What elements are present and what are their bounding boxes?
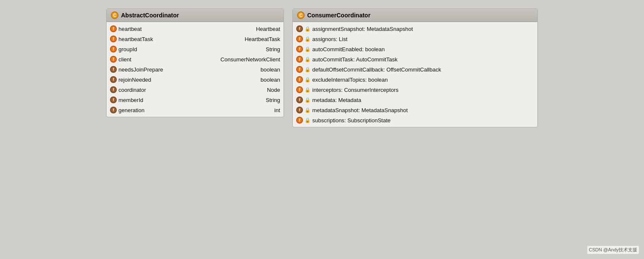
- table-row: f 🔒 autoCommitEnabled: boolean: [293, 44, 537, 54]
- field-name: defaultOffsetCommitCallback: OffsetCommi…: [312, 66, 534, 73]
- field-name: autoCommitEnabled: boolean: [312, 46, 534, 52]
- field-icon: f: [110, 76, 117, 83]
- field-name: rejoinNeeded: [118, 77, 259, 83]
- field-type: ConsumerNetworkClient: [220, 56, 280, 63]
- lock-icon: 🔒: [305, 57, 311, 62]
- field-icon: f: [296, 46, 303, 52]
- field-type: boolean: [261, 77, 280, 83]
- consumer-coordinator-box: C ConsumerCoordinator f 🔒 assignmentSnap…: [292, 8, 538, 127]
- field-icon: f: [296, 117, 303, 124]
- table-row: f generation int: [107, 105, 283, 115]
- field-name: coordinator: [118, 87, 265, 93]
- field-icon: f: [296, 86, 303, 93]
- field-icon: f: [296, 25, 303, 32]
- table-row: f 🔒 interceptors: ConsumerInterceptors: [293, 85, 537, 95]
- field-icon: f: [110, 96, 117, 103]
- field-type: int: [274, 107, 280, 113]
- lock-icon: 🔒: [305, 87, 311, 93]
- table-row: f 🔒 autoCommitTask: AutoCommitTask: [293, 54, 537, 64]
- field-icon: f: [110, 66, 117, 73]
- field-name: excludeInternalTopics: boolean: [312, 77, 534, 83]
- watermark: CSDN @Andy技术支援: [587, 246, 639, 254]
- field-icon: f: [296, 56, 303, 63]
- field-name: generation: [118, 107, 272, 113]
- field-icon: f: [110, 46, 117, 52]
- table-row: f coordinator Node: [107, 85, 283, 95]
- field-icon: f: [110, 25, 117, 32]
- field-icon: f: [110, 56, 117, 63]
- lock-icon: 🔒: [305, 107, 311, 113]
- lock-icon: 🔒: [305, 47, 311, 52]
- consumer-coordinator-class-icon: C: [297, 11, 305, 19]
- field-name: subscriptions: SubscriptionState: [312, 117, 534, 124]
- lock-icon: 🔒: [305, 77, 311, 83]
- field-name: autoCommitTask: AutoCommitTask: [312, 56, 534, 63]
- field-icon: f: [110, 36, 117, 42]
- abstract-coordinator-box: C AbstractCoordinator f heartbeat Heartb…: [106, 8, 284, 117]
- lock-icon: 🔒: [305, 36, 311, 42]
- abstract-coordinator-body: f heartbeat Heartbeat f heartbeatTask He…: [107, 22, 283, 117]
- field-type: Heartbeat: [256, 26, 280, 32]
- table-row: f 🔒 subscriptions: SubscriptionState: [293, 115, 537, 125]
- consumer-coordinator-body: f 🔒 assignmentSnapshot: MetadataSnapshot…: [293, 22, 537, 127]
- table-row: f groupId String: [107, 44, 283, 54]
- lock-icon: 🔒: [305, 118, 311, 123]
- field-name: heartbeatTask: [118, 36, 243, 42]
- field-icon: f: [296, 96, 303, 103]
- abstract-coordinator-class-icon: C: [111, 11, 118, 19]
- field-icon: f: [296, 107, 303, 113]
- table-row: f memberId String: [107, 95, 283, 105]
- field-name: needsJoinPrepare: [118, 66, 259, 73]
- abstract-coordinator-header: C AbstractCoordinator: [107, 9, 283, 22]
- consumer-coordinator-header: C ConsumerCoordinator: [293, 9, 537, 22]
- field-name: client: [118, 56, 219, 63]
- abstract-coordinator-title: AbstractCoordinator: [121, 12, 179, 19]
- field-name: metadata: Metadata: [312, 97, 534, 103]
- field-type: boolean: [261, 66, 280, 73]
- field-name: groupId: [118, 46, 264, 52]
- table-row: f rejoinNeeded boolean: [107, 74, 283, 85]
- field-name: metadataSnapshot: MetadataSnapshot: [312, 107, 534, 113]
- field-name: assignmentSnapshot: MetadataSnapshot: [312, 26, 534, 32]
- table-row: f 🔒 assignors: List: [293, 34, 537, 44]
- table-row: f 🔒 excludeInternalTopics: boolean: [293, 74, 537, 85]
- lock-icon: 🔒: [305, 67, 311, 72]
- lock-icon: 🔒: [305, 97, 311, 103]
- field-name: heartbeat: [118, 26, 254, 32]
- table-row: f 🔒 metadata: Metadata: [293, 95, 537, 105]
- field-icon: f: [296, 36, 303, 42]
- table-row: f heartbeatTask HeartbeatTask: [107, 34, 283, 44]
- field-name: interceptors: ConsumerInterceptors: [312, 87, 534, 93]
- consumer-coordinator-title: ConsumerCoordinator: [307, 12, 370, 19]
- table-row: f 🔒 defaultOffsetCommitCallback: OffsetC…: [293, 64, 537, 74]
- table-row: f 🔒 metadataSnapshot: MetadataSnapshot: [293, 105, 537, 115]
- field-type: String: [266, 46, 280, 52]
- field-icon: f: [296, 66, 303, 73]
- field-icon: f: [110, 107, 117, 113]
- field-icon: f: [296, 76, 303, 83]
- field-name: assignors: List: [312, 36, 534, 42]
- field-type: String: [266, 97, 280, 103]
- table-row: f 🔒 assignmentSnapshot: MetadataSnapshot: [293, 24, 537, 34]
- table-row: f needsJoinPrepare boolean: [107, 64, 283, 74]
- table-row: f client ConsumerNetworkClient: [107, 54, 283, 64]
- field-icon: f: [110, 86, 117, 93]
- field-type: HeartbeatTask: [245, 36, 280, 42]
- field-type: Node: [267, 87, 280, 93]
- field-name: memberId: [118, 97, 264, 103]
- table-row: f heartbeat Heartbeat: [107, 24, 283, 34]
- lock-icon: 🔒: [305, 26, 311, 32]
